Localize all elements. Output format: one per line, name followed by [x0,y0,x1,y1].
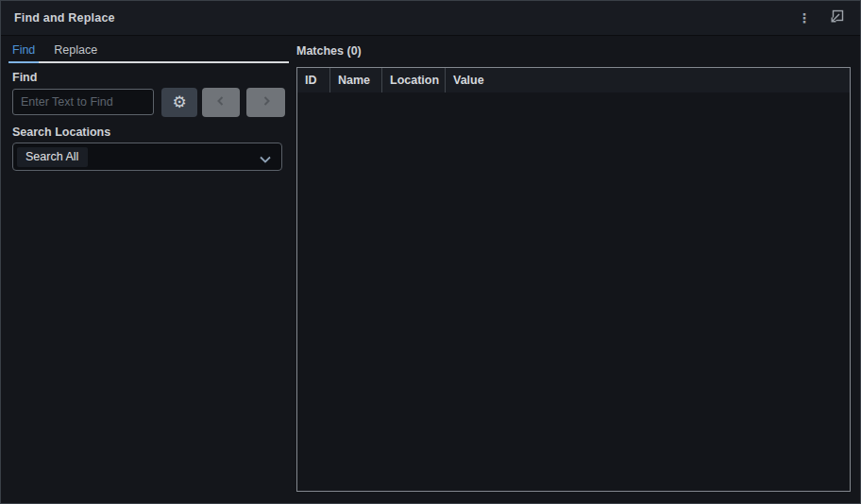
matches-table-body [297,92,850,491]
matches-table-header: ID Name Location Value [297,68,850,92]
find-text-input[interactable] [12,89,154,115]
pop-out-icon [828,8,845,28]
matches-table: ID Name Location Value [296,67,851,492]
chevron-down-icon [259,152,272,169]
column-header-location[interactable]: Location [382,68,446,92]
selected-search-location: Search All [17,147,88,167]
titlebar: Find and Replace ⋮ [1,1,860,36]
more-options-button[interactable]: ⋮ [794,7,815,29]
kebab-menu-icon: ⋮ [798,11,811,25]
find-section-label: Find [12,71,37,84]
gear-icon: ⚙ [172,94,186,110]
panel-title: Find and Replace [14,11,115,25]
previous-match-button[interactable] [202,88,240,117]
column-header-id[interactable]: ID [297,68,330,92]
search-settings-button[interactable]: ⚙ [161,88,197,117]
matches-count-title: Matches (0) [296,44,362,58]
titlebar-actions: ⋮ [794,7,847,29]
next-match-button[interactable] [246,88,285,117]
chevron-right-icon [261,95,272,109]
pop-out-button[interactable] [826,7,847,29]
tab-find[interactable]: Find [12,43,35,57]
find-and-replace-panel: Find and Replace ⋮ Find Replace Fin [0,0,861,504]
column-header-value[interactable]: Value [446,68,850,92]
search-locations-dropdown[interactable]: Search All [12,143,282,171]
find-replace-tab-strip: Find Replace [12,43,289,63]
tab-replace[interactable]: Replace [54,43,97,57]
search-locations-label: Search Locations [12,126,110,139]
chevron-left-icon [215,95,227,109]
column-header-name[interactable]: Name [330,68,382,92]
